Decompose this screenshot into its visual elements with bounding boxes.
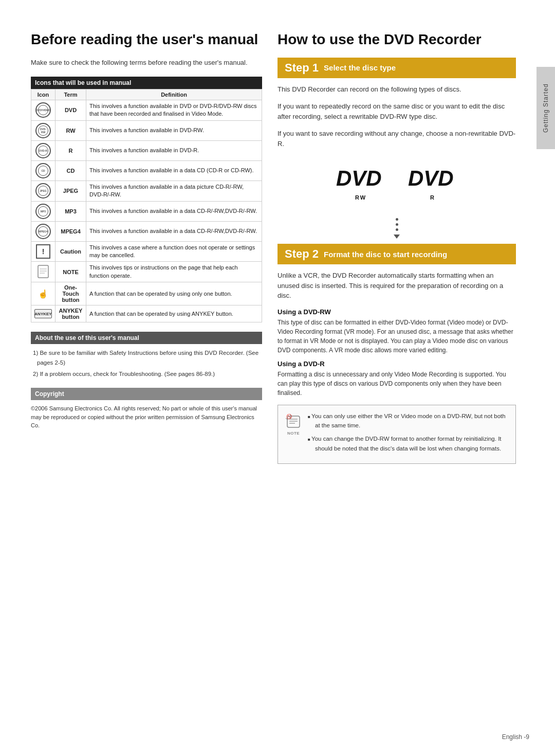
- copyright-text: ©2006 Samsung Electronics Co. All rights…: [31, 404, 262, 430]
- note-list-item: You can change the DVD-RW format to anot…: [308, 434, 508, 453]
- anykey-icon: ANYKEY: [34, 309, 52, 318]
- copyright-header: Copyright: [31, 388, 262, 400]
- disc-inner: DVD-RW: [38, 125, 48, 136]
- definition-cell: This involves a function available in a …: [86, 221, 262, 241]
- disc-icon: DVD-RW: [35, 123, 51, 138]
- icon-cell: MPEG4: [31, 221, 55, 241]
- disc-inner: CD: [38, 166, 48, 176]
- definition-cell: This involves a case where a function do…: [86, 241, 262, 262]
- col-icon: Icon: [31, 89, 55, 100]
- disc-inner: DVD/VIDEO: [38, 105, 48, 115]
- disc-inner: MPEG4: [38, 226, 48, 237]
- dots-separator: [278, 218, 516, 239]
- about-list-item: 2) If a problem occurs, check for Troubl…: [33, 369, 262, 379]
- dvd-r-svg: DVD: [407, 164, 458, 192]
- dvd-logos: DVD RW DVD R: [278, 159, 516, 206]
- dvd-rw-svg: DVD: [335, 164, 386, 192]
- using-dvdrw-header: Using a DVD-RW: [278, 308, 516, 316]
- right-title: How to use the DVD Recorder: [278, 31, 516, 48]
- using-dvdrw-text: This type of disc can be formatted in ei…: [278, 318, 516, 355]
- using-dvdr-header: Using a DVD-R: [278, 360, 516, 368]
- step1-number: Step 1: [285, 61, 319, 75]
- svg-text:DVD: DVD: [336, 166, 382, 190]
- note-content: You can only use either the VR or Video …: [308, 411, 508, 458]
- table-row: DVD-RW RWThis involves a function availa…: [31, 120, 262, 140]
- step2-number: Step 2: [285, 247, 319, 261]
- intro-text: Make sure to check the following terms b…: [31, 58, 262, 68]
- table-row: MP3 MP3This involves a function availabl…: [31, 201, 262, 221]
- side-tab-label: Getting Started: [542, 83, 549, 133]
- icons-table-body: DVD/VIDEO DVDThis involves a function av…: [31, 100, 262, 322]
- caution-icon: !: [36, 244, 50, 259]
- icon-cell: JPEG: [31, 181, 55, 201]
- disc-icon: MPEG4: [35, 224, 51, 239]
- step2-section: Step 2 Format the disc to start recordin…: [278, 244, 516, 464]
- disc-inner: JPEG: [38, 186, 48, 196]
- dot1: [396, 218, 398, 221]
- table-row: JPEG JPEGThis involves a function availa…: [31, 181, 262, 201]
- about-list-item: 1) Be sure to be familiar with Safety In…: [33, 348, 262, 367]
- definition-cell: This involves a function available in DV…: [86, 100, 262, 121]
- step1-header: Step 1 Select the disc type: [278, 58, 516, 78]
- table-row: DVD-R RThis involves a function availabl…: [31, 140, 262, 160]
- disc-icon: JPEG: [35, 183, 51, 199]
- icons-table: Icon Term Definition DVD/VIDEO DVDThis i…: [31, 89, 262, 322]
- note-list: You can only use either the VR or Video …: [308, 411, 508, 454]
- disc-inner: MP3: [38, 206, 48, 217]
- term-cell: MPEG4: [55, 221, 86, 241]
- note-box: 🚫 NOTE You can only use either the VR or…: [278, 405, 516, 464]
- term-cell: NOTE: [55, 262, 86, 282]
- icons-table-header: Icons that will be used in manual: [31, 77, 262, 89]
- table-row: CD CDThis involves a function available …: [31, 160, 262, 181]
- disc-icon: MP3: [35, 204, 51, 219]
- col-term: Term: [55, 89, 86, 100]
- note-icon: 🚫: [285, 413, 302, 430]
- step1-desc2: If you want to repeatedly record on the …: [278, 101, 516, 121]
- dot3: [396, 228, 398, 231]
- note-icon: [36, 264, 50, 279]
- table-row: NOTEThis involves tips or instructions o…: [31, 262, 262, 282]
- table-row: DVD/VIDEO DVDThis involves a function av…: [31, 100, 262, 121]
- step2-desc: Unlike a VCR, the DVD Recorder automatic…: [278, 271, 516, 301]
- icon-cell: CD: [31, 160, 55, 181]
- table-row: MPEG4 MPEG4This involves a function avai…: [31, 221, 262, 241]
- note-list-item: You can only use either the VR or Video …: [308, 411, 508, 430]
- definition-cell: This involves a function available in DV…: [86, 140, 262, 160]
- dvd-r-logo: DVD R: [407, 164, 458, 201]
- svg-text:DVD: DVD: [408, 166, 454, 190]
- step1-label: Select the disc type: [324, 63, 396, 72]
- note-label: NOTE: [287, 431, 300, 436]
- term-cell: CD: [55, 160, 86, 181]
- dvd-r-label: R: [430, 194, 435, 201]
- right-column: How to use the DVD Recorder Step 1 Selec…: [278, 31, 516, 735]
- definition-cell: This involves tips or instructions on th…: [86, 262, 262, 282]
- definition-cell: This involves a function available in a …: [86, 201, 262, 221]
- step2-label: Format the disc to start recording: [324, 250, 447, 259]
- icon-cell: [31, 262, 55, 282]
- term-cell: ANYKEY button: [55, 305, 86, 322]
- hand-icon: ☝: [35, 286, 51, 301]
- dvd-rw-label: RW: [355, 194, 366, 201]
- about-section: About the use of this user's manual 1) B…: [31, 332, 262, 379]
- about-header: About the use of this user's manual: [31, 332, 262, 344]
- copyright-section: Copyright ©2006 Samsung Electronics Co. …: [31, 388, 262, 430]
- side-tab: Getting Started: [536, 67, 555, 149]
- main-content: Before reading the user's manual Make su…: [0, 0, 536, 756]
- term-cell: RW: [55, 120, 86, 140]
- term-cell: Caution: [55, 241, 86, 262]
- page-container: Getting Started Before reading the user'…: [0, 0, 555, 756]
- term-cell: R: [55, 140, 86, 160]
- term-cell: DVD: [55, 100, 86, 121]
- table-row: ANYKEYANYKEY buttonA function that can b…: [31, 305, 262, 322]
- definition-cell: This involves a function available in a …: [86, 160, 262, 181]
- icons-table-section: Icons that will be used in manual Icon T…: [31, 77, 262, 322]
- step1-desc3: If you want to save recording without an…: [278, 129, 516, 149]
- icon-cell: DVD/VIDEO: [31, 100, 55, 121]
- definition-cell: This involves a function available in a …: [86, 181, 262, 201]
- page-footer: English -9: [502, 733, 529, 741]
- definition-cell: This involves a function available in DV…: [86, 120, 262, 140]
- icon-cell: !: [31, 241, 55, 262]
- left-column: Before reading the user's manual Make su…: [31, 31, 262, 735]
- note-icon-area: 🚫 NOTE: [285, 411, 302, 458]
- page-info: English -9: [502, 733, 529, 741]
